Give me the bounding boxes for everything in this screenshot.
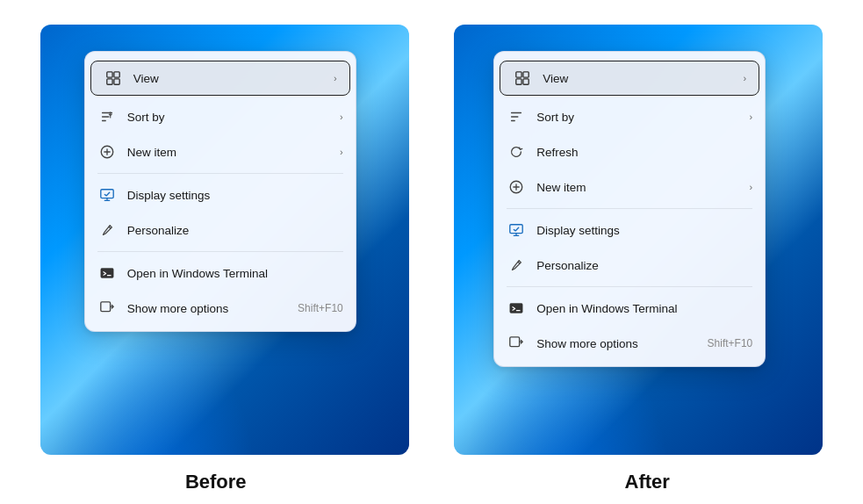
svg-rect-8: [516, 72, 521, 77]
before-menu-sort-by[interactable]: Sort by ›: [85, 99, 356, 134]
before-menu-show-more[interactable]: Show more options Shift+F10: [85, 291, 356, 326]
after-view-label: View: [543, 72, 743, 85]
after-display-settings-label: Display settings: [536, 224, 752, 237]
after-divider-2: [507, 286, 752, 287]
terminal-icon-before: [97, 263, 117, 283]
before-show-more-shortcut: Shift+F10: [298, 302, 343, 314]
pen-icon-before: [97, 220, 117, 240]
before-context-menu: View › Sort by ›: [84, 51, 356, 332]
before-terminal-label: Open in Windows Terminal: [127, 267, 343, 280]
after-sort-arrow: ›: [750, 112, 753, 122]
svg-rect-1: [114, 72, 119, 77]
after-menu-sort-by[interactable]: Sort by ›: [494, 99, 765, 134]
before-new-item-label: New item: [127, 146, 340, 159]
svg-rect-13: [510, 225, 522, 234]
svg-rect-3: [114, 79, 119, 84]
after-menu-personalize[interactable]: Personalize: [494, 248, 765, 283]
svg-rect-10: [516, 79, 521, 84]
before-menu-view[interactable]: View ›: [90, 61, 350, 96]
after-divider-1: [507, 208, 752, 209]
before-menu-terminal[interactable]: Open in Windows Terminal: [85, 256, 356, 291]
after-menu-new-item[interactable]: New item ›: [494, 169, 765, 205]
before-sort-label: Sort by: [127, 111, 340, 124]
before-view-label: View: [133, 72, 334, 85]
after-menu-display-settings[interactable]: Display settings: [494, 212, 765, 248]
after-terminal-label: Open in Windows Terminal: [536, 302, 752, 315]
svg-rect-14: [510, 304, 522, 313]
sort-icon: [97, 107, 117, 126]
after-menu-terminal[interactable]: Open in Windows Terminal: [494, 291, 765, 326]
monitor-icon-after: [507, 220, 526, 240]
after-context-menu: View › Sort by ›: [493, 51, 766, 367]
after-show-more-shortcut: Shift+F10: [708, 337, 753, 349]
after-new-item-arrow: ›: [750, 182, 753, 192]
after-refresh-label: Refresh: [536, 146, 752, 159]
after-new-item-label: New item: [536, 181, 749, 194]
labels-row: Before After: [0, 464, 863, 497]
before-show-more-label: Show more options: [127, 302, 298, 315]
svg-rect-15: [510, 337, 520, 347]
before-divider-2: [97, 251, 343, 252]
before-personalize-label: Personalize: [127, 224, 343, 237]
before-panel: View › Sort by ›: [18, 25, 432, 455]
square-arrow-icon-after: [507, 334, 526, 353]
before-label: Before: [0, 464, 432, 497]
after-sort-label: Sort by: [536, 111, 749, 124]
plus-circle-icon-after: [507, 177, 526, 197]
monitor-icon-before: [97, 185, 117, 205]
refresh-icon: [507, 142, 526, 162]
before-display-settings-label: Display settings: [127, 189, 343, 202]
svg-rect-7: [101, 302, 111, 312]
after-label: After: [432, 464, 864, 497]
terminal-icon-after: [507, 299, 526, 318]
svg-rect-2: [107, 79, 112, 84]
after-panel: View › Sort by ›: [432, 25, 846, 455]
svg-rect-9: [523, 72, 529, 77]
after-show-more-label: Show more options: [536, 337, 707, 350]
main-container: View › Sort by ›: [0, 7, 863, 455]
after-menu-view[interactable]: View ›: [500, 61, 759, 96]
before-view-arrow: ›: [334, 73, 337, 83]
before-sort-arrow: ›: [340, 112, 343, 122]
svg-rect-0: [107, 72, 112, 77]
after-wallpaper: View › Sort by ›: [454, 25, 823, 455]
grid-icon: [104, 68, 123, 88]
pen-icon-after: [507, 256, 526, 275]
after-personalize-label: Personalize: [536, 259, 752, 272]
before-menu-display-settings[interactable]: Display settings: [85, 177, 356, 212]
sort-icon-after: [507, 107, 526, 126]
after-view-arrow: ›: [744, 73, 747, 83]
after-menu-refresh[interactable]: Refresh: [494, 134, 765, 169]
svg-rect-5: [101, 190, 113, 198]
square-arrow-icon-before: [97, 299, 117, 318]
before-divider-1: [97, 173, 343, 174]
plus-circle-icon-before: [97, 142, 117, 162]
before-new-item-arrow: ›: [340, 147, 343, 157]
before-menu-new-item[interactable]: New item ›: [85, 134, 356, 169]
svg-rect-6: [101, 269, 113, 278]
grid-icon-after: [513, 68, 532, 88]
before-menu-personalize[interactable]: Personalize: [85, 212, 356, 248]
before-wallpaper: View › Sort by ›: [40, 25, 409, 455]
svg-rect-11: [523, 79, 529, 84]
after-menu-show-more[interactable]: Show more options Shift+F10: [494, 326, 765, 361]
